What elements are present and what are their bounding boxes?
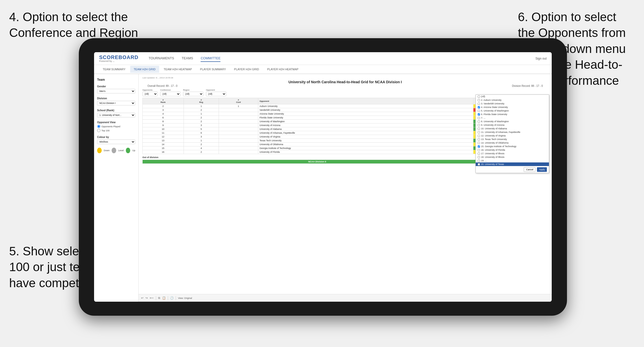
dropdown-checkbox-14[interactable] xyxy=(478,145,480,148)
dropdown-checkbox-13[interactable] xyxy=(478,142,480,144)
dropdown-item[interactable]: 4. Arizona State University xyxy=(476,105,549,109)
cell-opponent: Florida State University xyxy=(258,116,473,120)
panel-subtitle: Overall Record: 89 - 17 - 0 Division Rec… xyxy=(142,85,548,87)
division-select[interactable]: NCAA Division I xyxy=(97,101,135,105)
nav-signout[interactable]: Sign out xyxy=(535,57,547,60)
cell-opponent: University of Oklahoma xyxy=(258,143,473,146)
dropdown-checkbox-7[interactable] xyxy=(478,120,480,123)
dropdown-item[interactable]: (All) xyxy=(476,95,549,98)
cell-opponent: Vanderbilt University xyxy=(258,108,473,112)
nav-committee[interactable]: COMMITTEE xyxy=(201,55,220,62)
dropdown-checkbox-19[interactable] xyxy=(478,163,480,165)
dropdown-item[interactable]: 5. University of Washington xyxy=(476,109,549,113)
toolbar-undo-icon[interactable]: ↩ xyxy=(141,296,143,300)
dropdown-item[interactable]: 10. University of Alabama xyxy=(476,127,549,130)
opponent-select[interactable]: (All) xyxy=(206,92,226,96)
school-select[interactable]: 1. University of Nort... xyxy=(97,113,135,117)
dropdown-item[interactable]: 13. Texas Tech University xyxy=(476,137,549,141)
region-select[interactable]: (All) xyxy=(183,92,203,96)
toolbar-back-icon[interactable]: ⟵ xyxy=(150,296,154,300)
cell-reg: 1 xyxy=(184,139,219,143)
sidebar-colour-label: Colour by xyxy=(97,136,135,138)
dropdown-checkbox-4[interactable] xyxy=(478,110,480,112)
dropdown-list: (All) 2. Auburn University 3. Vanderbilt… xyxy=(476,95,549,166)
dropdown-item[interactable]: 3. Vanderbilt University xyxy=(476,102,549,105)
dropdown-checkbox-3[interactable] xyxy=(478,106,480,108)
gender-select[interactable]: Men's xyxy=(97,89,135,93)
cell-reg: 1 xyxy=(184,104,219,108)
dropdown-checkbox-8[interactable] xyxy=(478,124,480,126)
opponents-select[interactable]: (All) xyxy=(142,92,158,96)
dropdown-item-label: 10. University of Alabama xyxy=(481,127,507,130)
dropdown-item-label: 2. Auburn University xyxy=(481,99,502,101)
dropdown-item[interactable]: 19. ... xyxy=(476,159,549,162)
colour-select[interactable]: Win/loss xyxy=(97,140,135,144)
subnav-team-h2h-grid[interactable]: TEAM H2H GRID xyxy=(130,66,159,73)
dropdown-item[interactable]: 6. Florida State University xyxy=(476,113,549,116)
cell-conf xyxy=(219,146,258,150)
legend-up-dot xyxy=(126,148,130,153)
dropdown-item[interactable]: 14. University of Oklahoma xyxy=(476,141,549,145)
cell-conf xyxy=(219,108,258,112)
cell-reg: 3 xyxy=(184,135,219,139)
dropdown-checkbox-2[interactable] xyxy=(478,103,480,105)
dropdown-checkbox-12[interactable] xyxy=(478,138,480,141)
toolbar-clock-icon[interactable]: 🕐 xyxy=(170,296,174,300)
dropdown-item[interactable]: 7. ... xyxy=(476,116,549,120)
subnav-player-h2h-heatmap[interactable]: PLAYER H2H HEATMAP xyxy=(264,66,302,73)
toolbar-redo-icon[interactable]: ↪ xyxy=(145,296,148,300)
sidebar-gender-section: Gender Men's xyxy=(97,85,135,93)
dropdown-checkbox-6[interactable] xyxy=(478,117,480,119)
cancel-button[interactable]: Cancel xyxy=(524,167,535,172)
dropdown-checkbox-17[interactable] xyxy=(478,156,480,158)
cell-reg: 2 xyxy=(184,108,219,112)
cell-opponent: Arizona State University xyxy=(258,112,473,116)
nav-tournaments[interactable]: TOURNAMENTS xyxy=(148,55,174,62)
cell-conf xyxy=(219,143,258,146)
cell-rank: 8 xyxy=(143,120,184,123)
dropdown-checkbox-0[interactable] xyxy=(478,95,480,98)
dropdown-checkbox-10[interactable] xyxy=(478,131,480,133)
dropdown-item[interactable]: 2. Auburn University xyxy=(476,98,549,102)
dropdown-checkbox-18[interactable] xyxy=(478,160,480,162)
subnav-player-summary[interactable]: PLAYER SUMMARY xyxy=(197,66,230,73)
dropdown-checkbox-11[interactable] xyxy=(478,135,480,137)
subnav-player-h2h-grid[interactable]: PLAYER H2H GRID xyxy=(231,66,263,73)
dropdown-item[interactable]: 17. University of Illinois xyxy=(476,152,549,155)
dropdown-item[interactable]: 8. University of Washington xyxy=(476,120,549,123)
dropdown-item-label: 14. University of Oklahoma xyxy=(481,142,508,144)
th-conf: #Conf xyxy=(219,98,258,104)
opponent-label: Opponent xyxy=(206,89,226,91)
opponent-dropdown[interactable]: (All) 2. Auburn University 3. Vanderbilt… xyxy=(475,94,549,173)
dropdown-item[interactable]: 15. Georgia Institute of Technology xyxy=(476,145,549,148)
subnav-team-summary[interactable]: TEAM SUMMARY xyxy=(99,66,129,73)
radio-top100-input[interactable] xyxy=(97,129,100,132)
dropdown-checkbox-5[interactable] xyxy=(478,113,480,116)
dropdown-item[interactable]: 11. University of Arkansas, Fayetteville xyxy=(476,130,549,134)
toolbar-copy-icon[interactable]: ⧉ xyxy=(158,296,160,300)
cell-rank: 11 xyxy=(143,131,184,135)
dropdown-item[interactable]: 16. University of Florida xyxy=(476,148,549,152)
dropdown-item[interactable]: 20. University of Texas xyxy=(476,162,549,166)
radio-opponents-played[interactable]: Opponents Played xyxy=(97,125,135,128)
dropdown-checkbox-1[interactable] xyxy=(478,99,480,101)
dropdown-item-label: 12. University of Virginia xyxy=(481,134,506,137)
cell-reg: 4 xyxy=(184,146,219,150)
nav-teams[interactable]: TEAMS xyxy=(182,55,193,62)
radio-opponents-played-input[interactable] xyxy=(97,125,100,128)
subnav-team-h2h-heatmap[interactable]: TEAM H2H HEATMAP xyxy=(160,66,196,73)
toolbar-paste-icon[interactable]: 📋 xyxy=(162,296,166,300)
annotation-1: 4. Option to select the Conference and R… xyxy=(9,9,141,41)
dropdown-item[interactable]: 18. University of Illinois xyxy=(476,155,549,159)
cell-conf xyxy=(219,150,258,154)
dropdown-checkbox-9[interactable] xyxy=(478,128,480,130)
dropdown-checkbox-15[interactable] xyxy=(478,149,480,151)
dropdown-item[interactable]: 9. University of Arizona xyxy=(476,123,549,127)
radio-top100[interactable]: Top 100 xyxy=(97,129,135,132)
division-record: Division Record: 88 - 17 - 0 xyxy=(512,85,543,87)
dropdown-item-label: 9. University of Arizona xyxy=(481,124,504,126)
dropdown-checkbox-16[interactable] xyxy=(478,152,480,155)
dropdown-item[interactable]: 12. University of Virginia xyxy=(476,134,549,137)
apply-button[interactable]: Apply xyxy=(537,167,547,172)
conference-select[interactable]: (All) xyxy=(160,92,181,96)
